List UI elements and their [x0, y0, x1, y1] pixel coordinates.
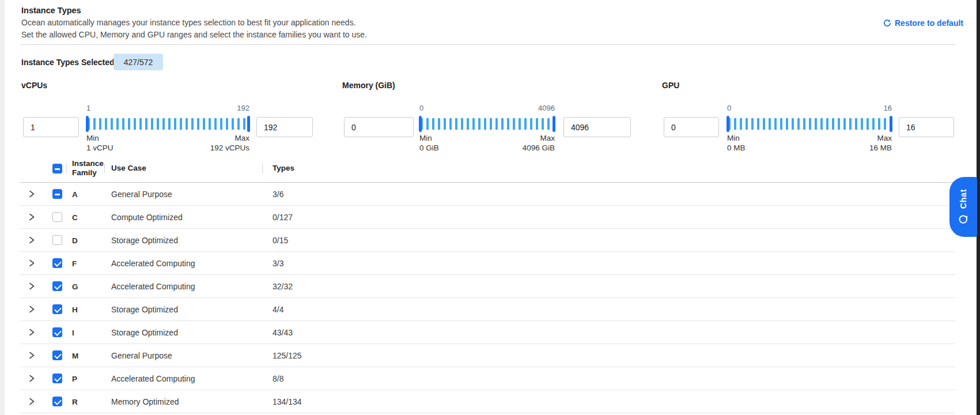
gpu-range-section: GPU 0 16 Min0 MB Max16 MB — [664, 81, 955, 153]
row-expand-button[interactable] — [28, 236, 36, 244]
instance-family-cell: H — [72, 305, 78, 314]
row-checkbox[interactable] — [52, 373, 62, 383]
use-case-cell: General Purpose — [111, 190, 172, 199]
memory-range-section: Memory (GiB) 0 4096 Min0 GiB Max4096 GiB — [344, 81, 632, 153]
row-expand-button[interactable] — [28, 351, 36, 360]
instance-types-selected-badge: 427/572 — [113, 54, 163, 70]
page-left-gutter — [0, 0, 5, 415]
row-expand-button[interactable] — [28, 374, 36, 383]
chevron-right-icon — [28, 374, 36, 383]
instance-family-cell: C — [72, 213, 78, 222]
row-checkbox[interactable] — [52, 212, 62, 222]
row-expand-button[interactable] — [28, 282, 36, 290]
row-expand-button[interactable] — [28, 190, 36, 198]
header-divider — [20, 44, 955, 45]
memory-slider[interactable]: 0 4096 Min0 GiB Max4096 GiB — [419, 81, 555, 153]
row-checkbox[interactable] — [52, 304, 62, 314]
row-expand-button[interactable] — [28, 213, 36, 221]
gpu-slider-min-handle[interactable] — [727, 116, 729, 132]
table-row: M General Purpose 125/125 — [20, 344, 955, 367]
types-cell: 4/4 — [273, 305, 283, 314]
instance-family-table: Instance Family Use Case Types A Ge — [20, 154, 955, 413]
page-title: Instance Types — [21, 6, 81, 15]
memory-slider-max-handle[interactable] — [553, 116, 555, 132]
row-checkbox[interactable] — [52, 350, 62, 360]
row-checkbox[interactable] — [52, 327, 62, 337]
gpu-min-input[interactable] — [664, 117, 719, 137]
chevron-right-icon — [28, 213, 36, 221]
memory-slider-min-handle[interactable] — [419, 116, 422, 132]
column-separator — [104, 164, 105, 173]
chevron-right-icon — [28, 397, 36, 406]
table-row: H Storage Optimized 4/4 — [20, 298, 955, 321]
row-expand-button[interactable] — [28, 328, 36, 337]
select-all-checkbox[interactable] — [52, 164, 62, 173]
instance-family-cell: R — [72, 398, 78, 406]
memory-min-caption: Min0 GiB — [419, 133, 439, 153]
vcpus-slider[interactable]: 1 192 Min1 vCPU Max192 vCPUs — [86, 81, 249, 153]
restore-to-default-label: Restore to default — [895, 18, 963, 28]
table-row: D Storage Optimized 0/15 — [20, 229, 955, 252]
use-case-cell: Accelerated Computing — [111, 282, 195, 291]
types-cell: 0/15 — [273, 236, 288, 245]
row-expand-button[interactable] — [28, 397, 36, 406]
vcpus-min-caption: Min1 vCPU — [86, 133, 113, 153]
vcpus-range-section: vCPUs 1 192 Min1 vCPU Max192 vCPUs — [23, 81, 317, 153]
column-header-instance-family: Instance Family — [66, 159, 104, 178]
vcpus-max-caption: Max192 vCPUs — [210, 133, 249, 153]
types-cell: 125/125 — [273, 351, 302, 360]
memory-max-input[interactable] — [563, 117, 631, 137]
memory-label: Memory (GiB) — [342, 81, 395, 90]
vcpus-min-input[interactable] — [23, 117, 79, 137]
instance-family-cell: M — [72, 352, 78, 360]
row-checkbox[interactable] — [52, 281, 62, 291]
gpu-slider-max-handle[interactable] — [890, 116, 892, 132]
types-cell: 0/127 — [273, 213, 293, 222]
row-expand-button[interactable] — [28, 259, 36, 267]
chat-bubble-icon — [958, 214, 969, 225]
chevron-right-icon — [28, 282, 36, 290]
instance-family-cell: I — [72, 329, 74, 337]
gpu-slider-max-tick-label: 16 — [884, 104, 892, 112]
gpu-min-caption: Min0 MB — [727, 133, 746, 153]
table-row: G Accelerated Computing 32/32 — [20, 275, 955, 298]
chevron-right-icon — [28, 236, 36, 244]
row-expand-button[interactable] — [28, 305, 36, 314]
row-checkbox[interactable] — [52, 235, 62, 245]
gpu-slider-min-tick-label: 0 — [727, 104, 731, 112]
restore-to-default-button[interactable]: Restore to default — [883, 18, 963, 28]
table-row: R Memory Optimized 134/134 — [20, 390, 955, 413]
types-cell: 134/134 — [273, 397, 302, 406]
gpu-slider[interactable]: 0 16 Min0 MB Max16 MB — [727, 81, 892, 153]
use-case-cell: Storage Optimized — [111, 328, 178, 337]
chevron-right-icon — [28, 305, 36, 314]
table-header-row: Instance Family Use Case Types — [20, 154, 955, 183]
vcpus-slider-max-handle[interactable] — [247, 116, 250, 132]
column-header-types: Types — [262, 164, 955, 173]
row-checkbox[interactable] — [52, 258, 62, 268]
gpu-max-input[interactable] — [899, 117, 954, 137]
vcpus-slider-min-handle[interactable] — [86, 116, 89, 132]
vcpus-slider-track[interactable] — [86, 118, 249, 130]
vcpus-label: vCPUs — [21, 81, 47, 90]
use-case-cell: Accelerated Computing — [111, 374, 195, 383]
row-checkbox[interactable] — [52, 397, 62, 406]
types-cell: 3/3 — [273, 259, 283, 268]
use-case-cell: Storage Optimized — [111, 305, 178, 314]
types-cell: 8/8 — [273, 374, 283, 383]
use-case-cell: Memory Optimized — [111, 397, 179, 406]
instance-family-cell: F — [72, 259, 77, 268]
memory-min-input[interactable] — [344, 117, 414, 137]
memory-slider-track[interactable] — [419, 118, 555, 130]
chat-button[interactable]: Chat — [949, 177, 977, 237]
instance-family-cell: D — [72, 236, 78, 245]
row-checkbox[interactable] — [52, 189, 62, 199]
instance-family-cell: G — [72, 282, 78, 291]
instance-family-cell: A — [72, 190, 78, 199]
use-case-cell: Storage Optimized — [111, 236, 178, 245]
instance-family-table-body: A General Purpose 3/6 C Compute Optimize… — [20, 183, 955, 413]
use-case-cell: Compute Optimized — [111, 213, 183, 222]
gpu-slider-track[interactable] — [727, 118, 892, 130]
vcpus-max-input[interactable] — [256, 117, 313, 137]
memory-max-caption: Max4096 GiB — [523, 133, 555, 153]
